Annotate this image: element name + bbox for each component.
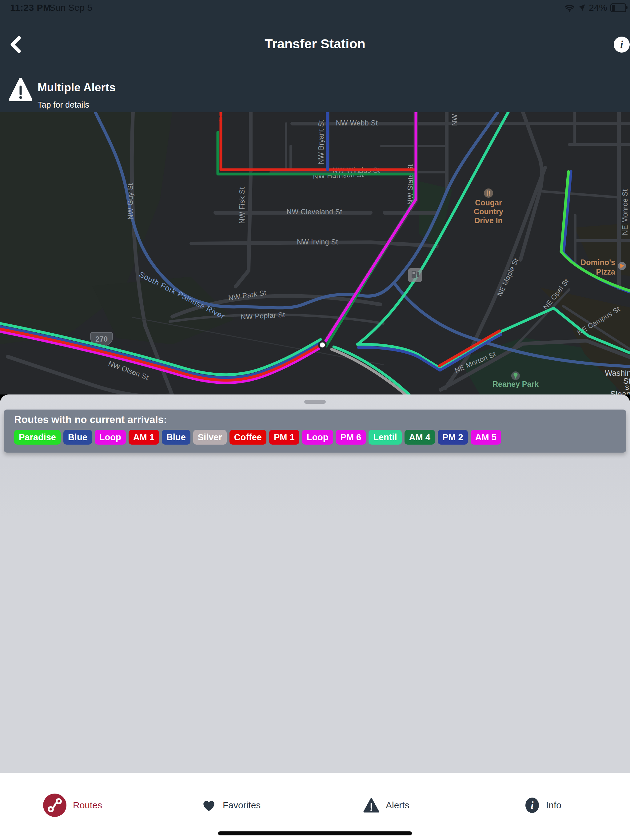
route-badge[interactable]: AM 1 [128,430,159,445]
warning-triangle-icon [9,77,32,102]
poi-label: Cougar [475,198,502,207]
page-title: Transfer Station [0,36,630,51]
alerts-banner[interactable]: Multiple Alerts Tap for details [0,74,630,111]
street-label: NW [451,114,459,126]
route-badge[interactable]: Blue [63,430,92,445]
street-label: NE Monroe St [621,189,629,235]
route-badge[interactable]: PM 6 [336,430,366,445]
gas-station-icon [408,268,422,282]
street-label: NW Fisk St [238,187,246,224]
alert-triangle-icon [363,797,379,813]
route-badge[interactable]: Blue [162,430,190,445]
poi-label: Reaney Park [492,380,539,388]
wifi-icon [564,3,575,12]
status-date: Sun Sep 5 [49,2,92,13]
park-tree-icon [511,371,520,380]
route-badge[interactable]: PM 1 [269,430,299,445]
street-label: NW Guy St [127,183,135,219]
edge-label: Sloan [610,389,630,395]
pizza-icon [618,262,626,270]
route-badge[interactable]: AM 5 [471,430,501,445]
map-canvas[interactable]: NW Webb StNW Windus StNW Harrison StNW C… [0,112,630,395]
street-label: NW Irving St [297,238,338,246]
route-badge[interactable]: Silver [193,430,227,445]
tab-alerts-label: Alerts [386,800,410,810]
poi-label: Domino's [581,258,615,267]
tab-info[interactable]: i Info [525,793,561,818]
tab-info-label: Info [546,800,561,810]
top-bar: 11:23 PM Sun Sep 5 24% Transfer Station … [0,0,630,112]
street-label: NW Park St [228,289,267,302]
route-badge[interactable]: Coffee [230,430,266,445]
bottom-sheet[interactable]: Routes with no current arrivals: Paradis… [0,395,630,773]
street-label: NW Cleveland St [287,208,342,216]
stop-info-button[interactable]: i [614,36,630,52]
alert-subtitle: Tap for details [38,100,89,110]
battery-percent: 24% [589,2,607,13]
tab-bar: Routes Favorites Alerts i Info [0,773,630,840]
info-icon: i [620,39,623,50]
sheet-drag-handle[interactable] [304,400,326,404]
battery-icon [610,3,626,12]
svg-text:i: i [531,799,534,811]
route-badge[interactable]: Loop [302,430,333,445]
status-time: 11:23 PM [10,2,51,13]
poi-label: Pizza [596,267,616,276]
poi-label: Drive In [474,216,503,225]
route-badge-list: ParadiseBlueLoopAM 1BlueSilverCoffeePM 1… [14,430,501,445]
route-badge[interactable]: AM 4 [405,430,435,445]
home-indicator[interactable] [218,831,412,835]
tab-favorites-label: Favorites [223,800,261,810]
heart-icon [201,799,216,812]
map[interactable]: NW Webb StNW Windus StNW Harrison StNW C… [0,112,630,395]
restaurant-icon [484,188,493,198]
route-badge[interactable]: Loop [95,430,126,445]
routes-icon [43,794,66,817]
tab-alerts[interactable]: Alerts [363,793,410,818]
route-badge[interactable]: Lentil [369,430,401,445]
tab-routes-label: Routes [73,800,102,810]
tab-favorites[interactable]: Favorites [201,793,261,818]
alert-title: Multiple Alerts [38,81,116,94]
location-arrow-icon [578,4,586,12]
route-badge[interactable]: PM 2 [438,430,468,445]
highway-shield-number: 270 [95,335,108,343]
street-label: NW Poplar St [241,311,285,321]
no-arrivals-title: Routes with no current arrivals: [14,414,167,426]
stop-marker[interactable] [319,342,326,348]
info-icon: i [525,797,540,813]
street-label: NW Bryant St [317,120,325,164]
tab-routes[interactable]: Routes [43,793,102,818]
no-arrivals-panel: Routes with no current arrivals: Paradis… [4,409,626,453]
poi-label: Country [474,207,503,216]
street-label: NW Webb St [336,119,378,127]
route-badge[interactable]: Paradise [14,430,60,445]
